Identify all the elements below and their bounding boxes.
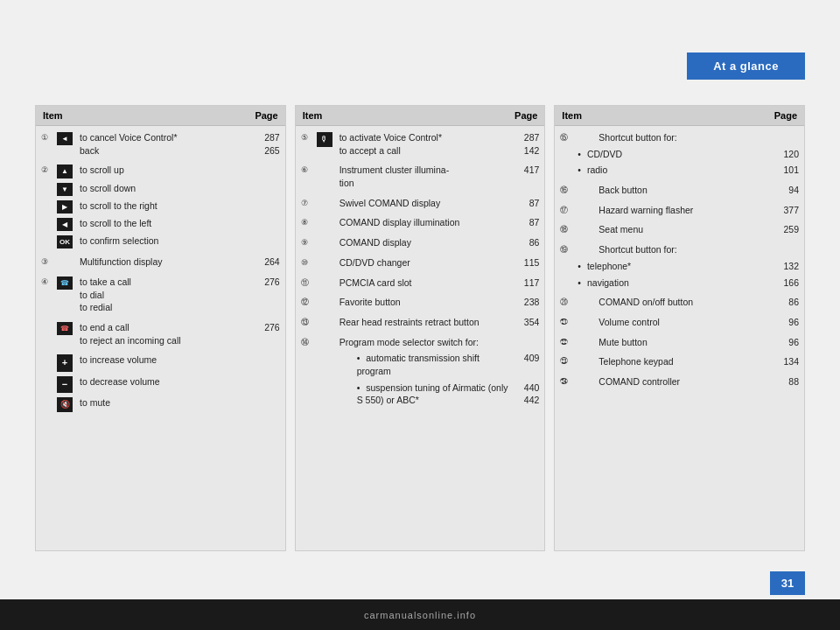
voice-activate-icon: 🎙: [317, 132, 332, 147]
table-row: • telephone* 132: [560, 258, 799, 275]
table-row: ▼ to scroll down: [41, 180, 280, 198]
col3-page-header: Page: [774, 110, 797, 121]
table-row: ③ Multifunction display 264: [41, 254, 280, 270]
table-row: ⑤ 🎙 to activate Voice Control*to accept …: [301, 130, 540, 158]
back-icon: ◄: [57, 132, 73, 145]
table-row: ⑮ Shortcut button for:: [560, 130, 799, 146]
scroll-down-icon: ▼: [57, 183, 73, 196]
table-row: ⑦ Swivel COMAND display 87: [301, 195, 540, 212]
table-row: ⑧ COMAND display illumination 87: [301, 214, 540, 231]
table-row: • radio 101: [560, 162, 799, 178]
scroll-left-icon: ◀: [57, 218, 73, 231]
col1-item-header: Item: [43, 110, 63, 121]
take-call-icon: ☎: [57, 276, 73, 290]
col1-header: Item Page: [36, 106, 285, 126]
table-row: ▶ to scroll to the right: [41, 198, 280, 215]
vol-down-icon: −: [57, 376, 73, 393]
col2-item-header: Item: [303, 110, 323, 121]
footer: carmanualsonline.info: [0, 599, 840, 630]
table-row: ⑩ CD/DVD changer 115: [301, 255, 540, 271]
col3-body: ⑮ Shortcut button for: • CD/DVD 120 • ra…: [555, 126, 804, 394]
table-row: ⑭ Program mode selector switch for:: [301, 334, 540, 351]
table-row: ㉓ Telephone keypad 134: [560, 354, 799, 370]
table-row: OK to confirm selection: [41, 233, 280, 250]
table-row: ⑨ COMAND display 86: [301, 234, 540, 251]
table-col3: Item Page ⑮ Shortcut button for: • CD/DV…: [554, 105, 805, 551]
table-row: ⑱ Seat menu 259: [560, 221, 799, 238]
table-row: ◀ to scroll to the left: [41, 215, 280, 233]
mute-icon: 🔇: [57, 397, 73, 412]
table-row: ② ▲ to scroll up: [41, 162, 280, 179]
table-row: • suspension tuning of Airmatic (only S …: [301, 380, 540, 409]
table-row: • automatic transmission shift program 4…: [301, 350, 540, 379]
table-row: ㉔ COMAND controller 88: [560, 374, 799, 390]
table-row: ⑰ Hazard warning flasher 377: [560, 202, 799, 219]
page-number: 31: [770, 571, 805, 595]
footer-text: carmanualsonline.info: [364, 610, 476, 620]
vol-up-icon: +: [57, 354, 73, 371]
col1-page-header: Page: [255, 110, 277, 121]
table-row: ⑳ COMAND on/off button 86: [560, 294, 799, 311]
table-row: ⑬ Rear head restraints retract button 35…: [301, 314, 540, 331]
col2-header: Item Page: [296, 106, 545, 126]
table-row: ⑫ Favorite button 238: [301, 294, 540, 311]
table-row: 🔇 to mute: [41, 395, 280, 414]
col2-body: ⑤ 🎙 to activate Voice Control*to accept …: [296, 126, 545, 412]
table-row: ㉑ Volume control 96: [560, 314, 799, 331]
table-row: • navigation 166: [560, 275, 799, 291]
table-col1: Item Page ① ◄ to cancel Voice Control*ba…: [35, 105, 286, 551]
section-title: At a glance: [687, 52, 805, 80]
col3-header: Item Page: [555, 106, 804, 126]
table-row: ⑯ Back button 94: [560, 182, 799, 199]
table-row: ☎ to end a callto reject an incoming cal…: [41, 319, 280, 348]
table-row: ④ ☎ to take a callto dialto redial 276: [41, 274, 280, 316]
col1-body: ① ◄ to cancel Voice Control*back 287265 …: [36, 126, 285, 417]
ok-icon: OK: [57, 235, 73, 248]
table-row: • CD/DVD 120: [560, 146, 799, 163]
table-row: ⑥ Instrument cluster illumina-tion 417: [301, 162, 540, 191]
table-row: ⑲ Shortcut button for:: [560, 242, 799, 258]
table-row: + to increase volume: [41, 352, 280, 373]
main-content: Item Page ① ◄ to cancel Voice Control*ba…: [35, 105, 805, 551]
col2-page-header: Page: [514, 110, 537, 121]
end-call-icon: ☎: [57, 322, 73, 335]
col3-item-header: Item: [562, 110, 582, 121]
table-row: − to decrease volume: [41, 374, 280, 395]
table-row: ⑪ PCMCIA card slot 117: [301, 275, 540, 291]
scroll-right-icon: ▶: [57, 200, 73, 214]
table-row: ① ◄ to cancel Voice Control*back 287265: [41, 130, 280, 158]
scroll-up-icon: ▲: [57, 164, 73, 178]
table-col2: Item Page ⑤ 🎙 to activate Voice Control*…: [295, 105, 546, 551]
table-row: ㉒ Mute button 96: [560, 334, 799, 351]
